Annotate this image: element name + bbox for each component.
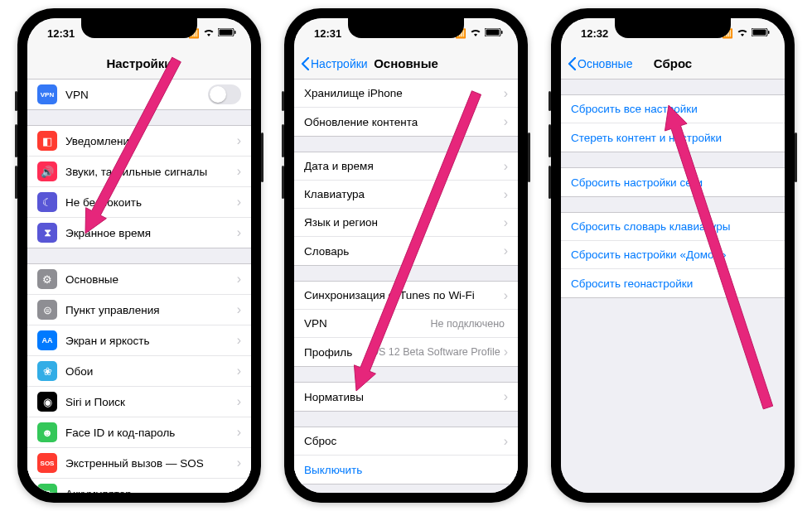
wifi-icon — [470, 28, 481, 38]
settings-row[interactable]: ▮Аккумулятор› — [27, 479, 251, 493]
chevron-right-icon: › — [237, 456, 241, 470]
chevron-right-icon: › — [504, 215, 508, 230]
settings-row[interactable]: ◧Уведомления› — [27, 126, 251, 157]
settings-row[interactable]: AAЭкран и яркость› — [27, 325, 251, 356]
row-icon: ▮ — [37, 484, 57, 493]
row-label: Сбросить настройки «Домой» — [571, 248, 775, 261]
settings-row[interactable]: Обновление контента› — [294, 108, 518, 136]
chevron-left-icon — [568, 57, 576, 70]
row-label: VPN — [304, 317, 430, 330]
chevron-right-icon: › — [237, 302, 241, 317]
row-icon: ◧ — [37, 131, 57, 151]
settings-row[interactable]: Сбросить настройки «Домой» — [561, 241, 785, 269]
settings-row[interactable]: ⧗Экранное время› — [27, 218, 251, 248]
settings-row[interactable]: ☾Не беспокоить› — [27, 187, 251, 218]
settings-row[interactable]: Хранилище iPhone› — [294, 80, 518, 108]
row-label: Выключить — [304, 464, 508, 476]
settings-row[interactable]: ⚙Основные› — [27, 264, 251, 295]
nav-bar: Настройки Основные — [294, 48, 518, 80]
settings-group: Дата и время›Клавиатура›Язык и регион›Сл… — [294, 152, 518, 266]
settings-row[interactable]: Дата и время› — [294, 152, 518, 181]
settings-row[interactable]: VPNVPN — [27, 80, 251, 109]
row-label: Язык и регион — [304, 216, 504, 229]
notch — [81, 18, 197, 38]
content[interactable]: VPNVPN◧Уведомления›🔊Звуки, тактильные си… — [27, 80, 251, 493]
chevron-right-icon: › — [237, 195, 241, 210]
chevron-right-icon: › — [504, 345, 508, 359]
settings-row[interactable]: Язык и регион› — [294, 209, 518, 237]
row-icon: ⧗ — [37, 223, 57, 243]
row-label: Звуки, тактильные сигналы — [65, 166, 237, 178]
row-detail: iOS 12 Beta Software Profile — [369, 346, 500, 358]
settings-row[interactable]: ☻Face ID и код-пароль› — [27, 417, 251, 448]
row-detail: Не подключено — [430, 318, 505, 330]
settings-row[interactable]: Синхронизация с iTunes по Wi-Fi› — [294, 282, 518, 310]
settings-row[interactable]: Нормативы› — [294, 383, 518, 411]
row-label: VPN — [65, 89, 208, 101]
settings-group: Сброс›Выключить — [294, 427, 518, 484]
settings-row[interactable]: Стереть контент и настройки — [561, 123, 785, 152]
row-label: Клавиатура — [304, 188, 504, 200]
notch — [615, 18, 731, 38]
chevron-right-icon: › — [504, 159, 508, 174]
row-label: Экранное время — [65, 227, 237, 239]
toggle-switch[interactable] — [208, 84, 241, 104]
chevron-right-icon: › — [504, 86, 508, 101]
settings-row[interactable]: Клавиатура› — [294, 181, 518, 209]
settings-row[interactable]: ◉Siri и Поиск› — [27, 387, 251, 417]
row-label: Сбросить геонастройки — [571, 277, 775, 290]
settings-row[interactable]: VPNНе подключено — [294, 310, 518, 338]
settings-row[interactable]: ❀Обои› — [27, 356, 251, 387]
settings-row[interactable]: ПрофильiOS 12 Beta Software Profile› — [294, 338, 518, 366]
settings-row[interactable]: SOSЭкстренный вызов — SOS› — [27, 448, 251, 479]
settings-group: Сбросить словарь клавиатурыСбросить наст… — [561, 212, 785, 298]
wifi-icon — [203, 28, 215, 38]
chevron-right-icon: › — [504, 114, 508, 129]
svg-rect-6 — [501, 31, 503, 34]
settings-row[interactable]: Сбросить все настройки — [561, 95, 785, 123]
row-label: Профиль — [304, 346, 369, 359]
settings-row[interactable]: Сбросить настройки сети — [561, 168, 785, 196]
page-title: Сброс — [654, 56, 692, 70]
settings-group: VPNVPN — [27, 80, 251, 110]
row-label: Не беспокоить — [65, 196, 237, 209]
settings-row[interactable]: Сброс› — [294, 427, 518, 456]
row-label: Уведомления — [65, 135, 237, 147]
row-icon: ☻ — [37, 422, 57, 442]
row-icon: VPN — [37, 84, 57, 104]
back-button[interactable]: Настройки — [301, 57, 368, 70]
settings-row[interactable]: Словарь› — [294, 237, 518, 265]
chevron-right-icon: › — [237, 164, 241, 179]
status-time: 12:31 — [314, 27, 341, 40]
row-label: Сбросить настройки сети — [571, 176, 775, 189]
settings-row[interactable]: ⊜Пункт управления› — [27, 295, 251, 325]
svg-rect-1 — [220, 30, 233, 36]
settings-row[interactable]: Выключить — [294, 456, 518, 484]
chevron-right-icon: › — [504, 187, 508, 202]
settings-row[interactable]: Сбросить словарь клавиатуры — [561, 213, 785, 241]
row-label: Хранилище iPhone — [304, 87, 504, 99]
back-button[interactable]: Основные — [568, 57, 632, 70]
chevron-right-icon: › — [504, 434, 508, 449]
row-label: Пункт управления — [65, 304, 237, 316]
content[interactable]: Сбросить все настройкиСтереть контент и … — [561, 80, 785, 493]
back-label: Настройки — [311, 57, 368, 70]
wifi-icon — [737, 28, 748, 38]
svg-rect-10 — [768, 31, 770, 34]
row-icon: ◉ — [37, 392, 57, 412]
settings-row[interactable]: 🔊Звуки, тактильные сигналы› — [27, 157, 251, 187]
settings-group: ⚙Основные›⊜Пункт управления›AAЭкран и яр… — [27, 263, 251, 493]
nav-bar: Основные Сброс — [561, 48, 785, 80]
row-label: Дата и время — [304, 160, 504, 172]
notch — [348, 18, 464, 38]
settings-group: Синхронизация с iTunes по Wi-Fi›VPNНе по… — [294, 281, 518, 367]
status-time: 12:32 — [581, 27, 608, 40]
row-label: Стереть контент и настройки — [571, 132, 775, 144]
chevron-right-icon: › — [237, 225, 241, 240]
settings-row[interactable]: Сбросить геонастройки — [561, 269, 785, 297]
battery-icon — [752, 28, 770, 38]
chevron-right-icon: › — [237, 425, 241, 440]
content[interactable]: Хранилище iPhone›Обновление контента›Дат… — [294, 80, 518, 493]
row-label: Словарь — [304, 245, 504, 258]
row-label: Обои — [65, 365, 237, 378]
